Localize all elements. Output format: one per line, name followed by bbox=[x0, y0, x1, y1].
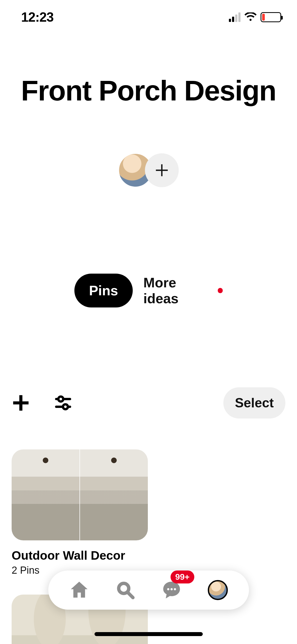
svg-point-1 bbox=[63, 404, 68, 409]
svg-point-4 bbox=[171, 588, 173, 590]
nav-profile-button[interactable] bbox=[205, 577, 231, 603]
status-bar: 12:23 bbox=[0, 0, 297, 34]
status-indicators bbox=[229, 12, 281, 22]
pins-grid: Outdoor Wall Decor 2 Pins Fall Bac the B… bbox=[12, 449, 285, 644]
tab-pins[interactable]: Pins bbox=[74, 274, 133, 307]
svg-point-0 bbox=[58, 397, 63, 402]
plus-icon bbox=[12, 394, 30, 412]
home-indicator[interactable] bbox=[95, 632, 203, 636]
section-card[interactable]: Outdoor Wall Decor 2 Pins bbox=[12, 449, 148, 576]
section-title: Outdoor Wall Decor bbox=[12, 548, 148, 563]
svg-point-3 bbox=[167, 588, 169, 590]
add-collaborator-button[interactable] bbox=[145, 153, 179, 187]
svg-point-5 bbox=[174, 588, 176, 590]
wifi-icon bbox=[244, 12, 257, 22]
cellular-signal-icon bbox=[229, 12, 241, 22]
battery-icon bbox=[261, 12, 281, 22]
notification-badge: 99+ bbox=[171, 571, 194, 583]
bottom-nav: 99+ bbox=[48, 571, 249, 610]
board-title: Front Porch Design bbox=[0, 74, 297, 107]
add-pin-button[interactable] bbox=[12, 394, 30, 412]
tab-more-ideas-label: More ideas bbox=[143, 275, 213, 306]
home-icon bbox=[69, 580, 89, 600]
nav-home-button[interactable] bbox=[66, 577, 92, 603]
notification-dot-icon bbox=[218, 288, 223, 293]
plus-icon bbox=[154, 162, 170, 178]
collaborators-row bbox=[119, 153, 179, 187]
board-toolbar: Select bbox=[0, 387, 297, 418]
search-icon bbox=[115, 580, 135, 600]
sliders-icon bbox=[54, 394, 72, 412]
profile-avatar-icon bbox=[208, 580, 228, 600]
tab-more-ideas[interactable]: More ideas bbox=[143, 275, 223, 306]
nav-search-button[interactable] bbox=[112, 577, 139, 603]
board-tabs: Pins More ideas bbox=[74, 274, 223, 307]
status-time: 12:23 bbox=[21, 10, 54, 25]
filter-button[interactable] bbox=[54, 394, 72, 412]
section-thumbnail bbox=[12, 449, 148, 540]
nav-notifications-button[interactable]: 99+ bbox=[158, 577, 185, 603]
select-button[interactable]: Select bbox=[223, 387, 285, 418]
